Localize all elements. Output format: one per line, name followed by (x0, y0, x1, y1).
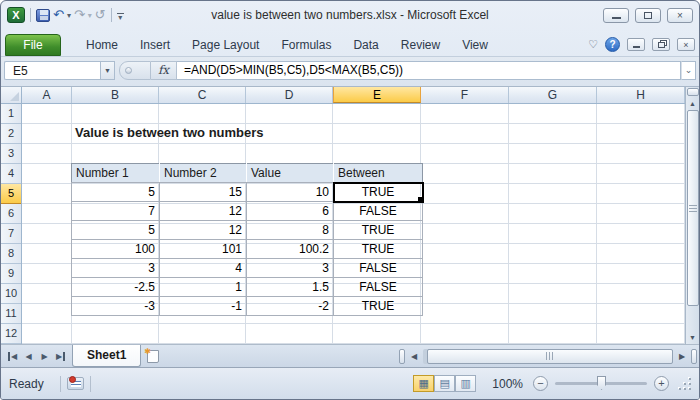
cell-c8[interactable]: 101 (160, 240, 247, 259)
resize-grip[interactable] (679, 378, 691, 390)
scroll-up-icon[interactable]: ▲ (687, 97, 699, 110)
excel-logo-icon[interactable]: X (7, 7, 25, 23)
repeat-icon[interactable]: ↺ (95, 7, 106, 23)
cell-d9[interactable]: 3 (247, 259, 334, 278)
row-header-5-selected[interactable]: 5 (1, 184, 21, 204)
row-header-10[interactable]: 10 (1, 284, 21, 304)
cell-d10[interactable]: 1.5 (247, 278, 334, 297)
restore-button[interactable] (635, 8, 661, 23)
column-header-e-selected[interactable]: E (333, 87, 421, 103)
insert-worksheet-icon[interactable]: ✱ (141, 345, 165, 367)
formula-input[interactable]: =AND(D5>MIN(B5,C5),D5<MAX(B5,C5)) (177, 61, 681, 80)
cell-d6[interactable]: 6 (247, 202, 334, 221)
cell-e6[interactable]: FALSE (334, 202, 423, 221)
row-header-4[interactable]: 4 (1, 164, 21, 184)
redo-icon[interactable]: ↷ (74, 7, 85, 23)
split-handle[interactable] (687, 88, 699, 96)
cell-e10[interactable]: FALSE (334, 278, 423, 297)
zoom-out-icon[interactable]: − (533, 376, 548, 391)
scroll-down-icon[interactable]: ▼ (687, 331, 699, 344)
workbook-restore-button[interactable] (652, 38, 670, 51)
row-header-1[interactable]: 1 (1, 104, 21, 124)
tab-data[interactable]: Data (342, 34, 389, 56)
close-button[interactable]: × (667, 8, 693, 23)
zoom-slider[interactable] (555, 382, 647, 385)
scroll-right-icon[interactable]: ▶ (675, 352, 689, 361)
redo-dropdown-icon[interactable]: ▾ (88, 11, 92, 20)
column-header-c[interactable]: C (159, 87, 246, 103)
minimize-ribbon-icon[interactable]: ♡ (588, 38, 598, 51)
cell-c9[interactable]: 4 (160, 259, 247, 278)
sheet-tab-sheet1[interactable]: Sheet1 (72, 345, 141, 367)
horizontal-scroll-track[interactable] (423, 349, 673, 364)
scroll-left-icon[interactable]: ◀ (407, 352, 421, 361)
page-break-view-icon[interactable]: ▥ (455, 375, 476, 392)
cell-b5[interactable]: 5 (72, 183, 160, 202)
workbook-close-button[interactable]: × (677, 38, 695, 51)
workbook-minimize-button[interactable] (627, 38, 645, 51)
insert-function-icon[interactable]: fx (151, 61, 177, 80)
cell-e7[interactable]: TRUE (334, 221, 423, 240)
horizontal-scroll-thumb[interactable] (427, 349, 673, 364)
split-handle[interactable] (691, 349, 697, 364)
column-header-h[interactable]: H (597, 87, 685, 103)
normal-view-icon[interactable]: ▦ (413, 375, 434, 392)
undo-icon[interactable]: ↶ (53, 7, 64, 23)
cell-d7[interactable]: 8 (247, 221, 334, 240)
cell-e8[interactable]: TRUE (334, 240, 423, 259)
header-number2[interactable]: Number 2 (160, 164, 247, 183)
cell-b10[interactable]: -2.5 (72, 278, 160, 297)
row-header-2[interactable]: 2 (1, 124, 21, 144)
vertical-scroll-thumb[interactable] (687, 110, 699, 306)
tab-home[interactable]: Home (75, 34, 129, 56)
customize-qat-button[interactable]: ▾ (117, 11, 124, 20)
minimize-button[interactable] (603, 8, 629, 23)
first-sheet-icon[interactable]: ◀ (5, 352, 20, 361)
vertical-scrollbar[interactable]: ▲ ▼ (685, 87, 699, 344)
cell-d5[interactable]: 10 (247, 183, 334, 202)
save-icon[interactable] (36, 9, 50, 22)
cell-e11[interactable]: TRUE (334, 297, 423, 316)
cell-c11[interactable]: -1 (160, 297, 247, 316)
row-header-7[interactable]: 7 (1, 224, 21, 244)
cell-b8[interactable]: 100 (72, 240, 160, 259)
row-header-3[interactable]: 3 (1, 144, 21, 164)
zoom-slider-thumb[interactable] (597, 376, 606, 390)
expand-formula-bar-icon[interactable]: ⌄ (681, 61, 696, 80)
zoom-level[interactable]: 100% (492, 377, 523, 391)
tab-insert[interactable]: Insert (129, 34, 181, 56)
cell-e5-selected[interactable]: TRUE (334, 183, 423, 202)
column-header-g[interactable]: G (509, 87, 597, 103)
tab-view[interactable]: View (451, 34, 499, 56)
prev-sheet-icon[interactable]: ◀ (21, 352, 36, 361)
cells-area[interactable]: Value is between two numbers Number 1 Nu… (22, 104, 685, 344)
header-between[interactable]: Between (334, 164, 423, 183)
name-box-dropdown-icon[interactable]: ▼ (100, 61, 115, 80)
undo-dropdown-icon[interactable]: ▾ (67, 11, 71, 20)
row-header-11[interactable]: 11 (1, 304, 21, 324)
cell-c6[interactable]: 12 (160, 202, 247, 221)
cell-d8[interactable]: 100.2 (247, 240, 334, 259)
cell-b7[interactable]: 5 (72, 221, 160, 240)
cell-c10[interactable]: 1 (160, 278, 247, 297)
header-value[interactable]: Value (247, 164, 334, 183)
cell-b11[interactable]: -3 (72, 297, 160, 316)
column-header-a[interactable]: A (22, 87, 72, 103)
help-icon[interactable]: ? (605, 37, 620, 52)
cell-b6[interactable]: 7 (72, 202, 160, 221)
tab-file[interactable]: File (5, 34, 61, 56)
worksheet-title-cell[interactable]: Value is between two numbers (75, 125, 264, 143)
cell-e9[interactable]: FALSE (334, 259, 423, 278)
row-header-6[interactable]: 6 (1, 204, 21, 224)
column-header-d[interactable]: D (246, 87, 333, 103)
tab-formulas[interactable]: Formulas (270, 34, 342, 56)
page-layout-view-icon[interactable]: ▤ (434, 375, 455, 392)
next-sheet-icon[interactable]: ▶ (37, 352, 52, 361)
last-sheet-icon[interactable]: ▶ (53, 352, 68, 361)
name-box[interactable]: E5 (4, 61, 100, 80)
tab-review[interactable]: Review (390, 34, 451, 56)
column-header-b[interactable]: B (72, 87, 159, 103)
cell-d11[interactable]: -2 (247, 297, 334, 316)
row-header-8[interactable]: 8 (1, 244, 21, 264)
row-header-12[interactable]: 12 (1, 324, 21, 344)
